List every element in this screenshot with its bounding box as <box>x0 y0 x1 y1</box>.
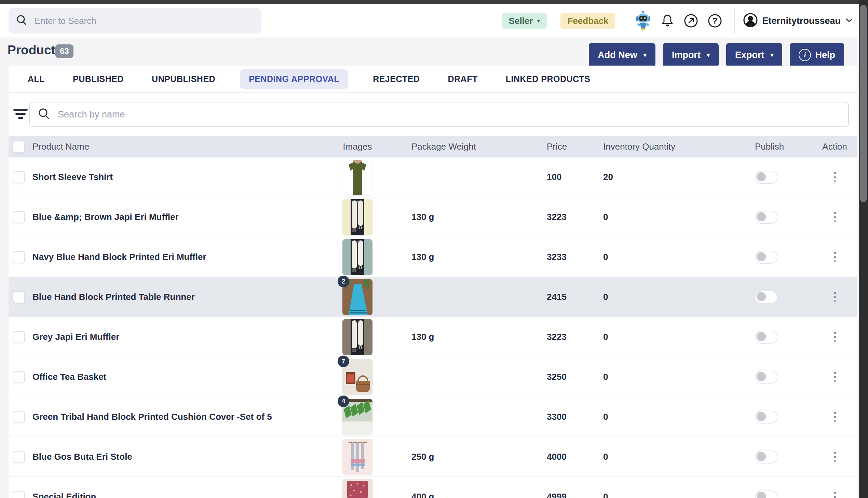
filter-row <box>9 93 857 136</box>
user-menu[interactable]: Eternitytrousseau <box>743 13 854 29</box>
row-checkbox[interactable] <box>13 451 25 463</box>
row-checkbox[interactable] <box>13 491 25 498</box>
select-all-checkbox[interactable] <box>13 141 25 153</box>
row-actions-kebab[interactable] <box>832 210 838 224</box>
help-circle-icon[interactable]: ? <box>708 13 723 28</box>
feedback-button[interactable]: Feedback <box>560 13 615 29</box>
publish-toggle[interactable] <box>755 410 777 423</box>
tabs-bar: ALLPUBLISHEDUNPUBLISHEDPENDING APPROVALR… <box>9 66 857 93</box>
price: 3223 <box>514 332 570 342</box>
info-icon: i <box>799 49 811 61</box>
filter-icon[interactable] <box>13 107 28 122</box>
tab-all[interactable]: ALL <box>24 69 48 89</box>
table-row[interactable]: Green Tribal Hand Block Printed Cushion … <box>9 397 857 437</box>
column-product-name: Product Name <box>31 141 336 152</box>
export-button[interactable]: Export ▾ <box>726 43 782 67</box>
inventory-quantity: 0 <box>570 372 721 382</box>
product-thumbnail <box>342 319 373 355</box>
feedback-label: Feedback <box>567 16 608 26</box>
svg-text:?: ? <box>713 16 718 25</box>
add-new-button[interactable]: Add New ▾ <box>589 43 656 67</box>
table-row[interactable]: Grey Japi Eri Muffler 130 g 3223 0 <box>9 317 857 357</box>
table-search-input[interactable] <box>57 109 848 120</box>
publish-toggle[interactable] <box>755 251 777 264</box>
toggle-knob <box>756 292 766 301</box>
publish-toggle[interactable] <box>755 171 777 184</box>
price: 3300 <box>514 411 570 422</box>
row-actions-kebab[interactable] <box>832 170 838 184</box>
table-row[interactable]: Special Edition 400 g 4999 0 <box>9 477 857 498</box>
product-name: Office Tea Basket <box>33 372 106 382</box>
row-actions-kebab[interactable] <box>832 450 838 464</box>
row-checkbox[interactable] <box>13 211 25 223</box>
publish-toggle[interactable] <box>755 291 777 304</box>
column-publish: Publish <box>721 141 799 152</box>
row-actions-kebab[interactable] <box>832 410 838 424</box>
scrollbar-thumb[interactable] <box>860 5 867 202</box>
table-row[interactable]: Office Tea Basket 7 3250 0 <box>9 357 857 397</box>
row-checkbox[interactable] <box>13 251 25 263</box>
row-actions-kebab[interactable] <box>832 490 838 498</box>
product-name: Navy Blue Hand Block Printed Eri Muffler <box>33 252 206 262</box>
price: 4000 <box>514 451 570 462</box>
global-search[interactable] <box>9 8 261 34</box>
row-checkbox[interactable] <box>13 171 25 183</box>
row-checkbox[interactable] <box>13 331 25 343</box>
table-body: Short Sleeve Tshirt 100 20 Blue &amp; Br… <box>9 157 857 498</box>
table-row[interactable]: Blue &amp; Brown Japi Eri Muffler 130 g … <box>9 197 857 237</box>
publish-toggle[interactable] <box>755 490 777 498</box>
tab-unpublished[interactable]: UNPUBLISHED <box>148 69 219 89</box>
search-icon <box>38 108 50 121</box>
tab-published[interactable]: PUBLISHED <box>69 69 127 89</box>
seller-menu[interactable]: Seller ▾ <box>502 13 547 29</box>
column-price: Price <box>514 141 570 152</box>
inventory-quantity: 0 <box>570 252 721 262</box>
price: 3233 <box>514 252 570 262</box>
image-count-badge: 4 <box>338 395 349 407</box>
tab-pending-approval[interactable]: PENDING APPROVAL <box>240 69 348 89</box>
chatbot-icon[interactable] <box>635 11 651 31</box>
inventory-quantity: 0 <box>570 492 721 498</box>
product-thumbnail: 2 <box>342 279 373 315</box>
table-row[interactable]: Blue Hand Block Printed Table Runner 2 2… <box>9 277 857 317</box>
row-checkbox[interactable] <box>13 291 25 303</box>
inventory-quantity: 0 <box>570 212 721 222</box>
product-thumbnail: 7 <box>342 359 373 395</box>
scrollbar-track[interactable] <box>859 0 868 498</box>
package-weight: 130 g <box>379 252 514 262</box>
tab-draft[interactable]: DRAFT <box>444 69 481 89</box>
column-images: Images <box>336 141 379 152</box>
image-count-badge: 2 <box>338 276 349 287</box>
help-button[interactable]: i Help <box>790 43 844 67</box>
toggle-knob <box>756 412 766 421</box>
table-row[interactable]: Short Sleeve Tshirt 100 20 <box>9 157 857 197</box>
publish-toggle[interactable] <box>755 371 777 383</box>
publish-toggle[interactable] <box>755 450 777 463</box>
table-row[interactable]: Navy Blue Hand Block Printed Eri Muffler… <box>9 237 857 277</box>
product-name: Short Sleeve Tshirt <box>33 172 113 182</box>
price: 2415 <box>514 292 570 302</box>
inventory-quantity: 0 <box>570 292 721 302</box>
row-actions-kebab[interactable] <box>832 250 838 264</box>
product-thumbnail <box>342 239 373 275</box>
bell-icon[interactable] <box>660 14 675 28</box>
publish-toggle[interactable] <box>755 211 777 224</box>
table-search[interactable] <box>29 102 849 127</box>
publish-toggle[interactable] <box>755 331 777 344</box>
row-checkbox[interactable] <box>13 411 25 423</box>
toggle-knob <box>756 452 766 461</box>
table-row[interactable]: Blue Gos Buta Eri Stole 250 g 4000 0 <box>9 437 857 477</box>
add-new-label: Add New <box>598 50 637 61</box>
row-actions-kebab[interactable] <box>832 290 838 304</box>
chevron-down-icon: ▾ <box>770 51 773 59</box>
import-button[interactable]: Import ▾ <box>663 43 719 67</box>
row-checkbox[interactable] <box>13 371 25 383</box>
tab-linked-products[interactable]: LINKED PRODUCTS <box>502 69 594 89</box>
price: 100 <box>514 172 570 182</box>
tab-rejected[interactable]: REJECTED <box>370 69 423 89</box>
external-link-icon[interactable] <box>684 13 699 28</box>
global-search-input[interactable] <box>34 15 240 27</box>
price: 3250 <box>514 372 570 382</box>
row-actions-kebab[interactable] <box>832 330 838 344</box>
row-actions-kebab[interactable] <box>832 370 838 384</box>
